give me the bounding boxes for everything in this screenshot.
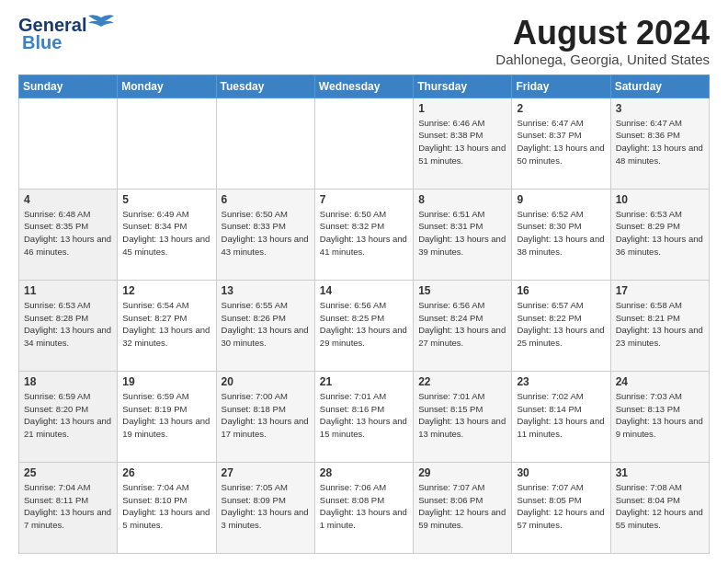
- day-number: 16: [517, 284, 605, 297]
- calendar-cell: 18Sunrise: 6:59 AMSunset: 8:20 PMDayligh…: [19, 371, 118, 462]
- header-day-friday: Friday: [512, 75, 610, 98]
- calendar-cell: 16Sunrise: 6:57 AMSunset: 8:22 PMDayligh…: [512, 280, 610, 371]
- calendar-cell: 31Sunrise: 7:08 AMSunset: 8:04 PMDayligh…: [610, 462, 709, 553]
- calendar-cell: 10Sunrise: 6:53 AMSunset: 8:29 PMDayligh…: [610, 189, 709, 280]
- header-day-sunday: Sunday: [19, 75, 118, 98]
- day-info: Sunrise: 6:46 AMSunset: 8:38 PMDaylight:…: [418, 117, 506, 167]
- day-number: 2: [517, 102, 605, 115]
- day-number: 26: [122, 466, 210, 479]
- day-number: 9: [517, 193, 605, 206]
- calendar-cell: 24Sunrise: 7:03 AMSunset: 8:13 PMDayligh…: [610, 371, 709, 462]
- day-number: 5: [122, 193, 210, 206]
- calendar-cell: 26Sunrise: 7:04 AMSunset: 8:10 PMDayligh…: [118, 462, 216, 553]
- day-number: 25: [24, 466, 112, 479]
- day-number: 8: [418, 193, 506, 206]
- header-day-saturday: Saturday: [610, 75, 709, 98]
- title-area: August 2024 Dahlonega, Georgia, United S…: [495, 15, 710, 67]
- calendar-cell: [19, 98, 118, 189]
- calendar-cell: 23Sunrise: 7:02 AMSunset: 8:14 PMDayligh…: [512, 371, 610, 462]
- calendar-cell: 3Sunrise: 6:47 AMSunset: 8:36 PMDaylight…: [610, 98, 709, 189]
- day-info: Sunrise: 7:02 AMSunset: 8:14 PMDaylight:…: [517, 390, 605, 441]
- day-number: 19: [122, 375, 210, 388]
- day-number: 24: [616, 375, 704, 388]
- header-day-wednesday: Wednesday: [314, 75, 413, 98]
- week-row-2: 11Sunrise: 6:53 AMSunset: 8:28 PMDayligh…: [19, 280, 710, 371]
- day-number: 11: [24, 284, 112, 297]
- day-number: 28: [320, 466, 408, 479]
- calendar-cell: 11Sunrise: 6:53 AMSunset: 8:28 PMDayligh…: [19, 280, 118, 371]
- calendar-cell: 20Sunrise: 7:00 AMSunset: 8:18 PMDayligh…: [216, 371, 314, 462]
- day-info: Sunrise: 7:08 AMSunset: 8:04 PMDaylight:…: [616, 481, 704, 532]
- day-number: 4: [24, 193, 112, 206]
- calendar-cell: 8Sunrise: 6:51 AMSunset: 8:31 PMDaylight…: [414, 189, 512, 280]
- day-info: Sunrise: 6:55 AMSunset: 8:26 PMDaylight:…: [222, 299, 310, 350]
- logo-blue: Blue: [22, 32, 62, 53]
- calendar-cell: 7Sunrise: 6:50 AMSunset: 8:32 PMDaylight…: [314, 189, 413, 280]
- day-number: 3: [616, 102, 704, 115]
- day-info: Sunrise: 6:59 AMSunset: 8:20 PMDaylight:…: [24, 390, 112, 441]
- calendar-cell: 25Sunrise: 7:04 AMSunset: 8:11 PMDayligh…: [19, 462, 118, 553]
- calendar-cell: 19Sunrise: 6:59 AMSunset: 8:19 PMDayligh…: [118, 371, 216, 462]
- calendar-cell: 27Sunrise: 7:05 AMSunset: 8:09 PMDayligh…: [216, 462, 314, 553]
- calendar-cell: 9Sunrise: 6:52 AMSunset: 8:30 PMDaylight…: [512, 189, 610, 280]
- header-day-thursday: Thursday: [414, 75, 512, 98]
- day-info: Sunrise: 7:00 AMSunset: 8:18 PMDaylight:…: [222, 390, 310, 441]
- day-info: Sunrise: 7:07 AMSunset: 8:06 PMDaylight:…: [418, 481, 506, 532]
- day-info: Sunrise: 7:06 AMSunset: 8:08 PMDaylight:…: [320, 481, 408, 532]
- day-info: Sunrise: 6:51 AMSunset: 8:31 PMDaylight:…: [418, 208, 506, 259]
- header-day-tuesday: Tuesday: [216, 75, 314, 98]
- day-info: Sunrise: 7:05 AMSunset: 8:09 PMDaylight:…: [222, 481, 310, 532]
- day-number: 30: [517, 466, 605, 479]
- day-number: 21: [320, 375, 408, 388]
- day-info: Sunrise: 7:04 AMSunset: 8:10 PMDaylight:…: [122, 481, 210, 532]
- day-number: 20: [222, 375, 310, 388]
- day-number: 31: [616, 466, 704, 479]
- calendar-cell: 12Sunrise: 6:54 AMSunset: 8:27 PMDayligh…: [118, 280, 216, 371]
- calendar-cell: 28Sunrise: 7:06 AMSunset: 8:08 PMDayligh…: [314, 462, 413, 553]
- day-number: 22: [418, 375, 506, 388]
- day-info: Sunrise: 6:50 AMSunset: 8:33 PMDaylight:…: [222, 208, 310, 259]
- calendar-cell: 1Sunrise: 6:46 AMSunset: 8:38 PMDaylight…: [414, 98, 512, 189]
- week-row-1: 4Sunrise: 6:48 AMSunset: 8:35 PMDaylight…: [19, 189, 710, 280]
- calendar-cell: 29Sunrise: 7:07 AMSunset: 8:06 PMDayligh…: [414, 462, 512, 553]
- calendar-table: SundayMondayTuesdayWednesdayThursdayFrid…: [18, 75, 710, 554]
- day-number: 17: [616, 284, 704, 297]
- header-day-monday: Monday: [118, 75, 216, 98]
- day-number: 7: [320, 193, 408, 206]
- calendar-header: SundayMondayTuesdayWednesdayThursdayFrid…: [19, 75, 710, 98]
- header-row: SundayMondayTuesdayWednesdayThursdayFrid…: [19, 75, 710, 98]
- day-info: Sunrise: 6:58 AMSunset: 8:21 PMDaylight:…: [616, 299, 704, 350]
- calendar-cell: 21Sunrise: 7:01 AMSunset: 8:16 PMDayligh…: [314, 371, 413, 462]
- calendar-cell: [314, 98, 413, 189]
- day-info: Sunrise: 6:56 AMSunset: 8:25 PMDaylight:…: [320, 299, 408, 350]
- day-number: 14: [320, 284, 408, 297]
- calendar-cell: 22Sunrise: 7:01 AMSunset: 8:15 PMDayligh…: [414, 371, 512, 462]
- calendar-cell: 17Sunrise: 6:58 AMSunset: 8:21 PMDayligh…: [610, 280, 709, 371]
- day-info: Sunrise: 6:56 AMSunset: 8:24 PMDaylight:…: [418, 299, 506, 350]
- day-number: 23: [517, 375, 605, 388]
- calendar-cell: 14Sunrise: 6:56 AMSunset: 8:25 PMDayligh…: [314, 280, 413, 371]
- calendar-cell: 13Sunrise: 6:55 AMSunset: 8:26 PMDayligh…: [216, 280, 314, 371]
- logo-bird-icon: [88, 14, 114, 34]
- page: General Blue August 2024 Dahlonega, Geor…: [0, 0, 728, 563]
- day-number: 27: [222, 466, 310, 479]
- day-info: Sunrise: 6:49 AMSunset: 8:34 PMDaylight:…: [122, 208, 210, 259]
- calendar-cell: 5Sunrise: 6:49 AMSunset: 8:34 PMDaylight…: [118, 189, 216, 280]
- calendar-cell: 30Sunrise: 7:07 AMSunset: 8:05 PMDayligh…: [512, 462, 610, 553]
- day-info: Sunrise: 6:59 AMSunset: 8:19 PMDaylight:…: [122, 390, 210, 441]
- day-info: Sunrise: 7:04 AMSunset: 8:11 PMDaylight:…: [24, 481, 112, 532]
- day-info: Sunrise: 6:47 AMSunset: 8:36 PMDaylight:…: [616, 117, 704, 167]
- day-number: 13: [222, 284, 310, 297]
- calendar-cell: 15Sunrise: 6:56 AMSunset: 8:24 PMDayligh…: [414, 280, 512, 371]
- day-info: Sunrise: 6:54 AMSunset: 8:27 PMDaylight:…: [122, 299, 210, 350]
- week-row-3: 18Sunrise: 6:59 AMSunset: 8:20 PMDayligh…: [19, 371, 710, 462]
- week-row-0: 1Sunrise: 6:46 AMSunset: 8:38 PMDaylight…: [19, 98, 710, 189]
- calendar-cell: 4Sunrise: 6:48 AMSunset: 8:35 PMDaylight…: [19, 189, 118, 280]
- calendar-cell: [118, 98, 216, 189]
- day-info: Sunrise: 7:07 AMSunset: 8:05 PMDaylight:…: [517, 481, 605, 532]
- day-info: Sunrise: 6:48 AMSunset: 8:35 PMDaylight:…: [24, 208, 112, 259]
- day-number: 6: [222, 193, 310, 206]
- day-info: Sunrise: 6:50 AMSunset: 8:32 PMDaylight:…: [320, 208, 408, 259]
- day-info: Sunrise: 6:52 AMSunset: 8:30 PMDaylight:…: [517, 208, 605, 259]
- header: General Blue August 2024 Dahlonega, Geor…: [18, 15, 710, 67]
